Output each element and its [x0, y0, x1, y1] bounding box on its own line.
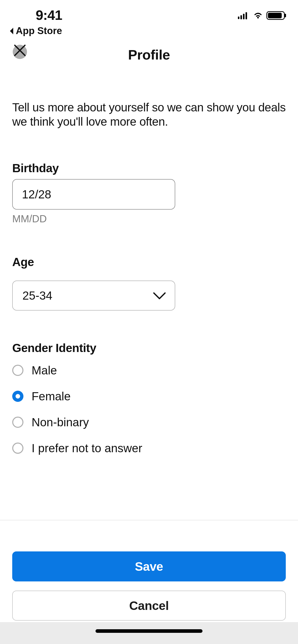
birthday-value: 12/28	[22, 187, 51, 201]
birthday-label: Birthday	[12, 161, 286, 175]
radio-label: Female	[32, 389, 71, 403]
status-icons	[238, 11, 285, 20]
home-indicator[interactable]	[96, 629, 202, 633]
battery-icon	[266, 11, 285, 20]
age-select[interactable]: 25-34	[12, 281, 175, 311]
radio-icon	[12, 417, 23, 428]
status-time: 9:41	[36, 7, 62, 23]
radio-label: I prefer not to answer	[32, 441, 142, 455]
back-link-label: App Store	[16, 25, 62, 36]
intro-text: Tell us more about yourself so we can sh…	[12, 100, 286, 129]
cancel-button[interactable]: Cancel	[12, 591, 286, 621]
gender-option-female[interactable]: Female	[12, 389, 286, 403]
gender-option-prefer-not[interactable]: I prefer not to answer	[12, 441, 286, 455]
header: Profile	[0, 41, 298, 69]
radio-label: Non-binary	[32, 415, 89, 429]
page-title: Profile	[128, 47, 170, 63]
close-icon	[13, 44, 26, 57]
age-label: Age	[12, 255, 286, 269]
birthday-hint: MM/DD	[12, 213, 286, 225]
radio-selected-icon	[12, 391, 23, 402]
save-button[interactable]: Save	[12, 551, 286, 581]
footer-divider	[0, 520, 298, 520]
status-bar: 9:41	[0, 0, 298, 25]
close-button[interactable]	[12, 42, 28, 58]
chevron-left-icon	[9, 27, 14, 35]
age-value: 25-34	[22, 289, 52, 302]
wifi-icon	[253, 12, 263, 19]
chevron-down-icon	[152, 291, 167, 300]
gender-option-nonbinary[interactable]: Non-binary	[12, 415, 286, 429]
gender-option-male[interactable]: Male	[12, 363, 286, 377]
radio-label: Male	[32, 363, 57, 377]
bottom-safe-area	[0, 622, 298, 644]
gender-label: Gender Identity	[12, 341, 286, 355]
radio-icon	[12, 443, 23, 454]
back-to-app-store[interactable]: App Store	[9, 25, 62, 36]
birthday-input[interactable]: 12/28	[12, 179, 175, 210]
cellular-icon	[238, 12, 250, 19]
gender-radio-group: Male Female Non-binary I prefer not to a…	[12, 363, 286, 455]
radio-icon	[12, 365, 23, 376]
